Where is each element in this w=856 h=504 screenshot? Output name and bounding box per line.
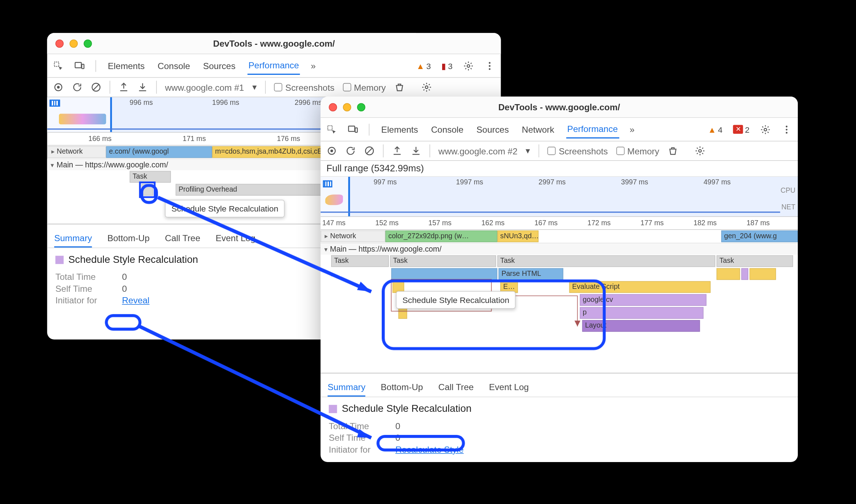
clear-icon[interactable] bbox=[364, 146, 374, 156]
svg-rect-12 bbox=[328, 125, 332, 130]
flame-block[interactable] bbox=[741, 268, 749, 280]
minimize-button[interactable] bbox=[69, 39, 78, 47]
flame-block[interactable] bbox=[716, 268, 740, 280]
warnings-badge[interactable]: ▲4 bbox=[708, 125, 723, 134]
svg-rect-0 bbox=[54, 62, 59, 66]
timeline-ruler[interactable]: 147 ms 152 ms 157 ms 162 ms 167 ms 172 m… bbox=[321, 217, 798, 230]
flame-task[interactable]: Task bbox=[497, 255, 715, 267]
screenshots-checkbox[interactable]: Screenshots bbox=[274, 82, 334, 92]
network-track[interactable]: Network color_272x92dp.png (w… sNUn3,qd…… bbox=[321, 230, 798, 243]
tab-sources[interactable]: Sources bbox=[202, 57, 236, 74]
maximize-button[interactable] bbox=[84, 39, 92, 47]
network-entry[interactable]: gen_204 (www.g bbox=[721, 230, 798, 242]
more-tabs-icon[interactable]: » bbox=[311, 61, 316, 71]
sum-tab-summary[interactable]: Summary bbox=[54, 229, 92, 248]
flame-task[interactable]: Task bbox=[390, 255, 496, 267]
tab-console[interactable]: Console bbox=[157, 57, 191, 74]
svg-point-6 bbox=[489, 68, 491, 70]
devtools-window-2: DevTools - www.google.com/ Elements Cons… bbox=[321, 97, 798, 462]
kebab-icon[interactable] bbox=[781, 124, 792, 134]
gear-icon[interactable] bbox=[421, 82, 432, 93]
inspect-icon[interactable] bbox=[53, 60, 64, 71]
titlebar: DevTools - www.google.com/ bbox=[321, 97, 798, 118]
record-icon[interactable] bbox=[53, 82, 64, 93]
tab-sources[interactable]: Sources bbox=[475, 121, 510, 138]
network-entry[interactable]: color_272x92dp.png (w… bbox=[385, 230, 497, 242]
memory-checkbox[interactable]: Memory bbox=[616, 146, 659, 156]
sum-tab-bottomup[interactable]: Bottom-Up bbox=[381, 378, 423, 397]
chevron-down-icon[interactable]: ▾ bbox=[526, 146, 530, 156]
device-icon[interactable] bbox=[74, 60, 85, 71]
issues-badge[interactable]: ▮3 bbox=[441, 61, 453, 71]
tab-console[interactable]: Console bbox=[430, 121, 465, 138]
network-entry[interactable]: sNUn3,qd… bbox=[497, 230, 539, 242]
flame-google-cv[interactable]: google.cv bbox=[580, 294, 706, 306]
window-title: DevTools - www.google.com/ bbox=[54, 38, 494, 48]
tab-network[interactable]: Network bbox=[521, 121, 555, 138]
sum-tab-calltree[interactable]: Call Tree bbox=[438, 378, 474, 397]
main-track[interactable]: Main — https://www.google.com/ Task Task… bbox=[321, 243, 798, 373]
flame-task[interactable]: Task bbox=[716, 255, 793, 267]
flame-run[interactable] bbox=[391, 268, 497, 280]
sum-tab-bottomup[interactable]: Bottom-Up bbox=[107, 229, 150, 248]
svg-point-5 bbox=[489, 65, 491, 67]
inspect-icon[interactable] bbox=[326, 124, 337, 134]
upload-icon[interactable] bbox=[392, 146, 402, 156]
svg-point-15 bbox=[764, 128, 767, 131]
gear-icon[interactable] bbox=[694, 146, 705, 156]
gc-icon[interactable] bbox=[667, 146, 678, 156]
svg-point-20 bbox=[330, 150, 333, 152]
tooltip: Schedule Style Recalculation bbox=[396, 291, 515, 309]
kebab-icon[interactable] bbox=[484, 60, 495, 71]
flame-parse-html[interactable]: Parse HTML bbox=[498, 268, 563, 280]
errors-badge[interactable]: ✕2 bbox=[733, 125, 749, 134]
reload-icon[interactable] bbox=[345, 146, 356, 156]
annotation-arrow bbox=[153, 189, 389, 307]
summary-body: Schedule Style Recalculation Total Time0… bbox=[321, 397, 798, 462]
svg-marker-27 bbox=[357, 282, 371, 292]
upload-icon[interactable] bbox=[119, 82, 129, 93]
recalculate-style-link[interactable]: Recalculate Style bbox=[395, 444, 464, 454]
maximize-button[interactable] bbox=[357, 103, 365, 111]
perf-toolbar: www.google.com #1 ▾ Screenshots Memory bbox=[47, 78, 501, 97]
network-entry[interactable]: e.com/ (www.googl bbox=[106, 146, 212, 158]
download-icon[interactable] bbox=[411, 146, 421, 156]
flame-selected[interactable] bbox=[141, 184, 153, 196]
svg-rect-14 bbox=[355, 128, 357, 132]
summary-tabs: Summary Bottom-Up Call Tree Event Log bbox=[321, 373, 798, 397]
recording-target[interactable]: www.google.com #2 bbox=[438, 146, 518, 156]
flame-layout[interactable]: Layout bbox=[582, 320, 700, 332]
flame-p[interactable]: p bbox=[580, 307, 703, 319]
download-icon[interactable] bbox=[137, 82, 148, 93]
close-button[interactable] bbox=[329, 103, 337, 111]
screenshots-checkbox[interactable]: Screenshots bbox=[548, 146, 608, 156]
warnings-badge[interactable]: ▲3 bbox=[416, 61, 431, 71]
svg-point-17 bbox=[786, 128, 788, 130]
gc-icon[interactable] bbox=[394, 82, 405, 93]
tab-elements[interactable]: Elements bbox=[107, 57, 146, 74]
record-icon[interactable] bbox=[326, 146, 337, 156]
device-icon[interactable] bbox=[348, 124, 358, 134]
more-tabs-icon[interactable]: » bbox=[630, 124, 635, 134]
sum-tab-eventlog[interactable]: Event Log bbox=[489, 378, 529, 397]
clear-icon[interactable] bbox=[91, 82, 101, 93]
tab-performance[interactable]: Performance bbox=[247, 56, 300, 75]
gear-icon[interactable] bbox=[463, 60, 474, 71]
reveal-link[interactable]: Reveal bbox=[122, 295, 149, 306]
svg-line-28 bbox=[138, 326, 371, 438]
flame-block[interactable] bbox=[749, 268, 776, 280]
memory-checkbox[interactable]: Memory bbox=[343, 82, 386, 92]
gear-icon[interactable] bbox=[760, 124, 771, 134]
minimize-button[interactable] bbox=[343, 103, 351, 111]
flame-eval-script[interactable]: Evaluate Script bbox=[569, 281, 711, 293]
overview-tick: 1996 ms bbox=[212, 98, 239, 107]
svg-rect-2 bbox=[82, 64, 84, 68]
recording-target[interactable]: www.google.com #1 bbox=[165, 82, 244, 92]
tab-elements[interactable]: Elements bbox=[380, 121, 419, 138]
chevron-down-icon[interactable]: ▾ bbox=[252, 82, 257, 93]
flame-task[interactable]: Task bbox=[130, 171, 171, 183]
timeline-overview[interactable]: 997 ms 1997 ms 2997 ms 3997 ms 4997 ms C… bbox=[321, 177, 798, 217]
reload-icon[interactable] bbox=[72, 82, 82, 93]
close-button[interactable] bbox=[55, 39, 64, 47]
tab-performance[interactable]: Performance bbox=[566, 120, 619, 139]
